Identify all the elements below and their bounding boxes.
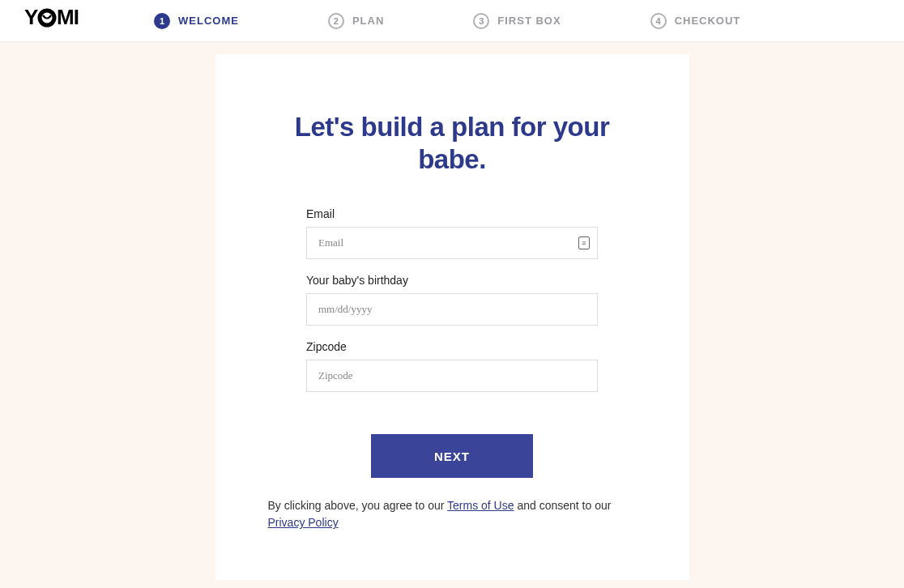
email-label: Email [306, 207, 598, 220]
logo: Y MI [24, 7, 105, 34]
svg-text:Y: Y [24, 7, 38, 28]
step-label: WELCOME [178, 15, 239, 27]
svg-text:MI: MI [57, 7, 79, 28]
step-number-icon: 3 [473, 13, 489, 29]
step-plan[interactable]: 2 PLAN [328, 13, 384, 29]
progress-steps: 1 WELCOME 2 PLAN 3 FIRST BOX 4 CHECKOUT [154, 13, 740, 29]
step-number-icon: 4 [650, 13, 667, 29]
header: Y MI 1 WELCOME 2 PLAN 3 FIRST BOX 4 CHEC… [0, 0, 904, 42]
email-input[interactable] [306, 227, 598, 259]
zipcode-label: Zipcode [306, 340, 598, 353]
birthday-input[interactable] [306, 293, 598, 326]
consent-middle: and consent to our [514, 499, 612, 512]
step-number-icon: 1 [154, 13, 170, 29]
privacy-link[interactable]: Privacy Policy [268, 516, 339, 529]
step-label: CHECKOUT [675, 15, 741, 27]
form-card: Let's build a plan for your babe. Email … [215, 54, 689, 580]
consent-prefix: By clicking above, you agree to our [268, 499, 448, 512]
birthday-label: Your baby's birthday [306, 274, 598, 287]
step-welcome[interactable]: 1 WELCOME [154, 13, 239, 29]
step-first-box[interactable]: 3 FIRST BOX [473, 13, 561, 29]
step-number-icon: 2 [328, 13, 344, 29]
zipcode-input[interactable] [306, 360, 598, 392]
next-button[interactable]: NEXT [371, 434, 533, 478]
step-checkout[interactable]: 4 CHECKOUT [650, 13, 741, 29]
consent-text: By clicking above, you agree to our Term… [268, 497, 637, 531]
zipcode-group: Zipcode [306, 340, 598, 392]
terms-link[interactable]: Terms of Use [447, 499, 514, 512]
email-group: Email ≡ [306, 207, 598, 259]
birthday-group: Your baby's birthday [306, 274, 598, 326]
step-label: PLAN [352, 15, 384, 27]
page-title: Let's build a plan for your babe. [268, 111, 637, 175]
step-label: FIRST BOX [497, 15, 561, 27]
